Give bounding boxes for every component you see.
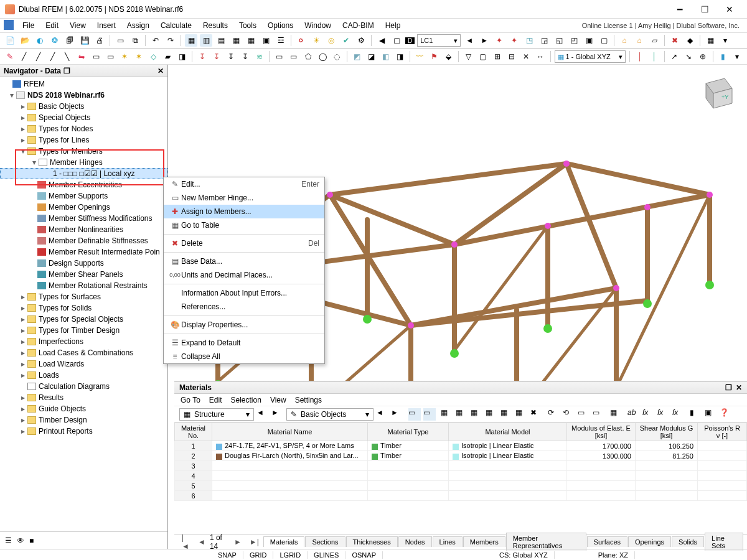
tree-child[interactable]: Member Openings bbox=[0, 202, 167, 213]
panel-restore-icon[interactable]: ❐ bbox=[725, 383, 732, 392]
minimize-button[interactable]: ━ bbox=[667, 1, 692, 18]
lc-combo[interactable]: LC1▾ bbox=[417, 34, 461, 47]
tree-child[interactable]: Member Eccentricities bbox=[0, 179, 167, 190]
nav-prev2-icon[interactable]: ◄ bbox=[376, 408, 388, 421]
tree-hinge-item-selected[interactable]: 1 - □□□ □☑☑ | Local xyz bbox=[0, 168, 167, 179]
basic-objects-combo[interactable]: ✎ Basic Objects▾ bbox=[286, 408, 374, 421]
tree-folder[interactable]: ▸Types for Timber Design bbox=[0, 325, 167, 336]
bp-menu-settings[interactable]: Settings bbox=[295, 396, 322, 404]
status-lgrid[interactable]: LGRID bbox=[273, 551, 308, 559]
surf-icon[interactable]: ▰ bbox=[162, 50, 174, 63]
help-icon[interactable]: ❓ bbox=[720, 408, 732, 421]
cube-f-icon[interactable]: ▢ bbox=[598, 34, 610, 47]
open-icon[interactable]: 📂 bbox=[19, 34, 31, 47]
menu-view[interactable]: View bbox=[65, 20, 91, 31]
axis-y-icon[interactable]: │ bbox=[649, 50, 660, 63]
cube-a-icon[interactable]: ◳ bbox=[523, 34, 535, 47]
tree-child[interactable]: Member Stiffness Modifications bbox=[0, 213, 167, 224]
copy-icon[interactable]: ⧉ bbox=[129, 34, 141, 47]
tree-child[interactable]: Member Result Intermediate Poin bbox=[0, 246, 167, 258]
view-1-icon[interactable]: ▦ bbox=[185, 34, 197, 47]
table-row[interactable]: 5 bbox=[175, 481, 747, 491]
tool-b-icon[interactable]: ▦ bbox=[456, 408, 468, 421]
lc-next-icon[interactable]: ► bbox=[478, 34, 491, 47]
pin-icon[interactable]: ⬙ bbox=[443, 50, 454, 63]
cm-assign-members[interactable]: ✚Assign to Members... bbox=[164, 205, 324, 218]
cm-input-errors[interactable]: Information About Input Errors... bbox=[164, 286, 324, 300]
status-osnap[interactable]: OSNAP bbox=[345, 551, 383, 559]
panel-restore-icon[interactable]: ❐ bbox=[63, 67, 70, 75]
y-dir-icon[interactable]: ✦ bbox=[508, 34, 520, 47]
fn-fx-icon[interactable]: fx bbox=[642, 408, 655, 421]
cm-new-hinge[interactable]: ▭New Member Hinge... bbox=[164, 191, 324, 205]
grid3-icon[interactable]: ⊟ bbox=[505, 50, 517, 63]
tab-last-icon[interactable]: ►| bbox=[246, 538, 263, 546]
iso-c-icon[interactable]: ◧ bbox=[380, 50, 392, 63]
sel-circ-icon[interactable]: ◯ bbox=[317, 50, 329, 63]
nav-view-icon[interactable]: 👁 bbox=[17, 536, 24, 545]
tree-child[interactable]: Member Shear Panels bbox=[0, 269, 167, 280]
status-grid[interactable]: GRID bbox=[243, 551, 274, 559]
select-all-icon[interactable]: ▭ bbox=[423, 408, 436, 421]
bp-menu-view[interactable]: View bbox=[270, 396, 286, 404]
tab-linesets[interactable]: Line Sets bbox=[705, 533, 743, 551]
flag2-icon[interactable]: ⚑ bbox=[428, 50, 440, 63]
col-head-model[interactable]: Material Model bbox=[485, 428, 530, 436]
fn-fx2-icon[interactable]: fx bbox=[657, 408, 670, 421]
col-head-no[interactable]: Material No. bbox=[181, 424, 205, 439]
cm-references[interactable]: References... bbox=[164, 300, 324, 314]
dim-icon[interactable]: ↔ bbox=[535, 50, 547, 63]
tree-folder[interactable]: Calculation Diagrams bbox=[0, 381, 167, 392]
sel-rect2-icon[interactable]: ▭ bbox=[288, 50, 299, 63]
menu-window[interactable]: Window bbox=[299, 20, 336, 31]
model-icon[interactable]: ❂ bbox=[49, 34, 61, 47]
mirror-icon[interactable]: ⇋ bbox=[75, 50, 87, 63]
tab-member-reps[interactable]: Member Representatives bbox=[506, 533, 586, 551]
menu-insert[interactable]: Insert bbox=[92, 20, 121, 31]
tree-folder[interactable]: ▸Types for Surfaces bbox=[0, 291, 167, 302]
load-a-icon[interactable]: ↧ bbox=[196, 50, 208, 63]
maximize-button[interactable]: ☐ bbox=[692, 1, 717, 18]
tree-folder[interactable]: ▸Results bbox=[0, 392, 167, 403]
tool-d-icon[interactable]: ▦ bbox=[486, 408, 498, 421]
tree-folder[interactable]: ▸Special Objects bbox=[0, 112, 167, 123]
nav-next2-icon[interactable]: ► bbox=[391, 408, 403, 421]
navigator-tree[interactable]: RFEM ▾NDS 2018 Webinar.rf6 ▸Basic Object… bbox=[0, 77, 167, 531]
col-head-G[interactable]: Shear Modulus G [ksi] bbox=[640, 424, 693, 439]
tree-folder[interactable]: ▸Types for Lines bbox=[0, 134, 167, 146]
status-snap[interactable]: SNAP bbox=[212, 551, 243, 559]
tool-g-icon[interactable]: ✖ bbox=[530, 408, 543, 421]
filter-icon[interactable]: ▽ bbox=[463, 50, 474, 63]
axis-x-icon[interactable]: │ bbox=[634, 50, 646, 63]
select-mode-icon[interactable]: ▭ bbox=[408, 408, 421, 421]
undo-icon[interactable]: ↶ bbox=[149, 34, 162, 47]
copy-file-icon[interactable]: 🗐 bbox=[63, 34, 76, 47]
tab-prev-icon[interactable]: ◄ bbox=[194, 538, 209, 546]
gem-icon[interactable]: ◇ bbox=[148, 50, 159, 63]
redo-icon[interactable]: ↷ bbox=[164, 34, 177, 47]
bp-menu-goto[interactable]: Go To bbox=[181, 396, 200, 404]
menu-calculate[interactable]: Calculate bbox=[156, 20, 197, 31]
tree-child[interactable]: Design Supports bbox=[0, 258, 167, 269]
cm-display-props[interactable]: 🎨Display Properties... bbox=[164, 318, 324, 332]
tools-icon[interactable]: ⚙ bbox=[355, 34, 367, 47]
cs-a-icon[interactable]: ↗ bbox=[669, 50, 680, 63]
structure-combo[interactable]: ▦ Structure▾ bbox=[179, 408, 254, 421]
fn-fx3-icon[interactable]: fx bbox=[672, 408, 685, 421]
lc-prev2-icon[interactable]: ◄ bbox=[463, 34, 476, 47]
save-icon[interactable]: 💾 bbox=[78, 34, 91, 47]
star-b-icon[interactable]: ✶ bbox=[133, 50, 145, 63]
tree-types-for-members[interactable]: ▾Types for Members bbox=[0, 146, 167, 157]
view-2-icon[interactable]: ▥ bbox=[200, 34, 212, 47]
table-row[interactable]: 3 bbox=[175, 461, 747, 471]
menu-tools[interactable]: Tools bbox=[234, 20, 261, 31]
global-cs-combo[interactable]: ▦ 1 - Global XYZ▾ bbox=[555, 50, 626, 63]
tree-member-hinges[interactable]: ▾Member Hinges bbox=[0, 157, 167, 168]
tree-folder[interactable]: ▸Types for Solids bbox=[0, 302, 167, 314]
tool-j-icon[interactable]: ▭ bbox=[578, 408, 590, 421]
tab-members[interactable]: Members bbox=[463, 536, 505, 547]
cloud-icon[interactable]: ◐ bbox=[34, 34, 46, 47]
tree-folder[interactable]: ▸Basic Objects bbox=[0, 101, 167, 112]
col-head-name[interactable]: Material Name bbox=[268, 428, 312, 436]
cm-base-data[interactable]: ▤Base Data... bbox=[164, 254, 324, 268]
